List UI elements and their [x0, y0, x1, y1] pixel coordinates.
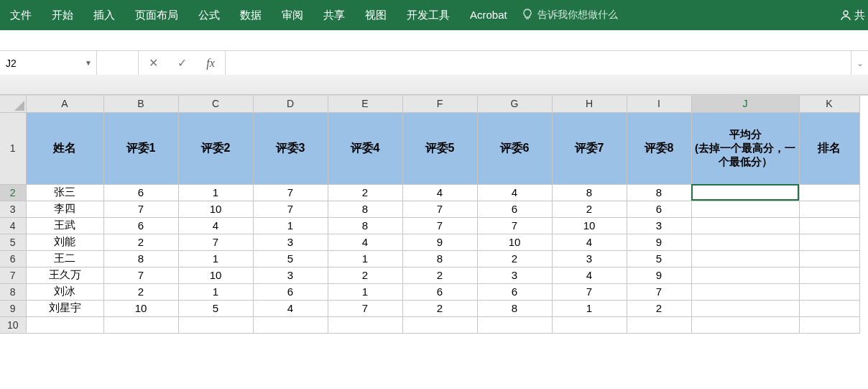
cell-B9[interactable]: 10	[103, 300, 178, 316]
cell-B7[interactable]: 7	[103, 267, 178, 283]
cell-D2[interactable]: 7	[253, 184, 328, 201]
cell-K1[interactable]: 排名	[799, 112, 859, 184]
cell-C7[interactable]: 10	[178, 267, 253, 283]
cell-F8[interactable]: 6	[402, 283, 477, 300]
cell-I10[interactable]	[627, 316, 691, 333]
cell-I8[interactable]: 7	[627, 283, 691, 300]
cell-I3[interactable]: 6	[627, 201, 691, 217]
cell-J1[interactable]: 平均分 (去掉一个最高分，一个最低分）	[691, 112, 799, 184]
tab-home[interactable]: 开始	[42, 0, 83, 30]
cell-B8[interactable]: 2	[103, 283, 178, 300]
cell-H6[interactable]: 3	[552, 250, 627, 267]
col-header-K[interactable]: K	[799, 96, 859, 112]
tab-page-layout[interactable]: 页面布局	[125, 0, 188, 30]
cell-D5[interactable]: 3	[253, 234, 328, 250]
cell-C4[interactable]: 4	[178, 217, 253, 234]
cell-D3[interactable]: 7	[253, 201, 328, 217]
row-header-10[interactable]: 10	[0, 316, 26, 333]
cell-I2[interactable]: 8	[627, 184, 691, 201]
cell-G3[interactable]: 6	[477, 201, 552, 217]
cell-B4[interactable]: 6	[103, 217, 178, 234]
cell-A2[interactable]: 张三	[26, 184, 103, 201]
cell-C8[interactable]: 1	[178, 283, 253, 300]
cell-E3[interactable]: 8	[328, 201, 402, 217]
cell-G8[interactable]: 6	[477, 283, 552, 300]
cell-A8[interactable]: 刘冰	[26, 283, 103, 300]
cell-J8[interactable]	[691, 283, 799, 300]
cell-J9[interactable]	[691, 300, 799, 316]
cell-F3[interactable]: 7	[402, 201, 477, 217]
cell-C3[interactable]: 10	[178, 201, 253, 217]
tab-review[interactable]: 审阅	[272, 0, 313, 30]
cell-E1[interactable]: 评委4	[328, 112, 402, 184]
cell-F5[interactable]: 9	[402, 234, 477, 250]
cell-E8[interactable]: 1	[328, 283, 402, 300]
cell-F10[interactable]	[402, 316, 477, 333]
cell-I7[interactable]: 9	[627, 267, 691, 283]
cell-J7[interactable]	[691, 267, 799, 283]
cell-I5[interactable]: 9	[627, 234, 691, 250]
cell-A3[interactable]: 李四	[26, 201, 103, 217]
col-header-D[interactable]: D	[253, 96, 328, 112]
cell-A1[interactable]: 姓名	[26, 112, 103, 184]
cell-C1[interactable]: 评委2	[178, 112, 253, 184]
tab-insert[interactable]: 插入	[83, 0, 125, 30]
row-header-4[interactable]: 4	[0, 217, 26, 234]
tab-view[interactable]: 视图	[355, 0, 397, 30]
cell-F2[interactable]: 4	[402, 184, 477, 201]
cell-E9[interactable]: 7	[328, 300, 402, 316]
cell-H3[interactable]: 2	[552, 201, 627, 217]
tab-developer[interactable]: 开发工具	[397, 0, 460, 30]
cell-H7[interactable]: 4	[552, 267, 627, 283]
cell-K5[interactable]	[799, 234, 859, 250]
cell-E5[interactable]: 4	[328, 234, 402, 250]
row-header-2[interactable]: 2	[0, 184, 26, 201]
cell-H5[interactable]: 4	[552, 234, 627, 250]
row-header-7[interactable]: 7	[0, 267, 26, 283]
cell-K8[interactable]	[799, 283, 859, 300]
cell-K2[interactable]	[799, 184, 859, 201]
tab-acrobat[interactable]: Acrobat	[460, 0, 517, 30]
cell-H2[interactable]: 8	[552, 184, 627, 201]
cell-G2[interactable]: 4	[477, 184, 552, 201]
row-header-8[interactable]: 8	[0, 283, 26, 300]
cell-K9[interactable]	[799, 300, 859, 316]
cell-G10[interactable]	[477, 316, 552, 333]
row-header-9[interactable]: 9	[0, 300, 26, 316]
cell-K10[interactable]	[799, 316, 859, 333]
cell-D6[interactable]: 5	[253, 250, 328, 267]
cell-A6[interactable]: 王二	[26, 250, 103, 267]
col-header-G[interactable]: G	[477, 96, 552, 112]
row-header-1[interactable]: 1	[0, 112, 26, 184]
cell-D8[interactable]: 6	[253, 283, 328, 300]
cell-A7[interactable]: 王久万	[26, 267, 103, 283]
cell-C2[interactable]: 1	[178, 184, 253, 201]
cell-B10[interactable]	[103, 316, 178, 333]
name-box[interactable]: J2 ▼	[0, 51, 97, 75]
cell-C6[interactable]: 1	[178, 250, 253, 267]
cell-H4[interactable]: 10	[552, 217, 627, 234]
cell-E4[interactable]: 8	[328, 217, 402, 234]
cell-J3[interactable]	[691, 201, 799, 217]
cell-F7[interactable]: 2	[402, 267, 477, 283]
tab-data[interactable]: 数据	[230, 0, 272, 30]
cell-A5[interactable]: 刘能	[26, 234, 103, 250]
cell-A10[interactable]	[26, 316, 103, 333]
cell-B2[interactable]: 6	[103, 184, 178, 201]
cell-D7[interactable]: 3	[253, 267, 328, 283]
worksheet[interactable]: A B C D E F G H I J K 1 姓名 评委1 评委2 评委3 评…	[0, 96, 868, 334]
cell-H9[interactable]: 1	[552, 300, 627, 316]
cell-J2[interactable]	[691, 184, 799, 201]
col-header-F[interactable]: F	[402, 96, 477, 112]
cell-J5[interactable]	[691, 234, 799, 250]
cell-E2[interactable]: 2	[328, 184, 402, 201]
cell-B3[interactable]: 7	[103, 201, 178, 217]
cell-J6[interactable]	[691, 250, 799, 267]
cell-D4[interactable]: 1	[253, 217, 328, 234]
cell-J10[interactable]	[691, 316, 799, 333]
cell-G4[interactable]: 7	[477, 217, 552, 234]
cancel-button[interactable]: ✕	[139, 56, 167, 70]
cell-E10[interactable]	[328, 316, 402, 333]
cell-I4[interactable]: 3	[627, 217, 691, 234]
cell-H8[interactable]: 7	[552, 283, 627, 300]
